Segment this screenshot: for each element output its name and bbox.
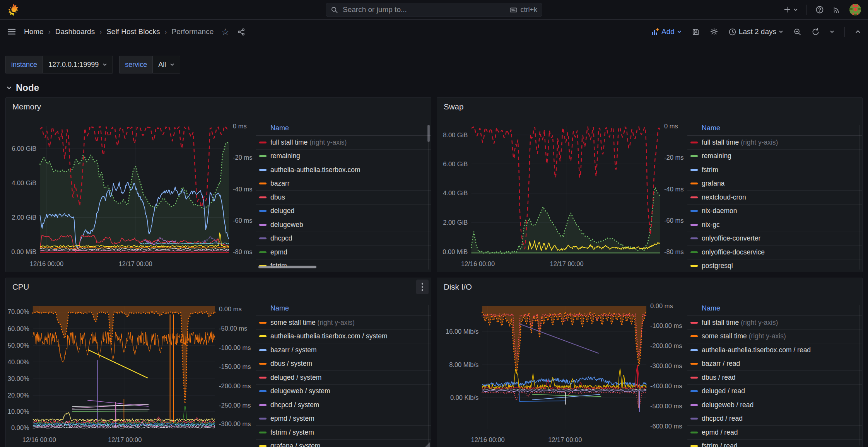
legend-item[interactable]: delugeweb / system bbox=[256, 385, 431, 399]
legend-item[interactable]: delugeweb bbox=[256, 218, 431, 232]
time-range-picker[interactable]: Last 2 days bbox=[728, 27, 783, 36]
legend-item[interactable]: fstrim / system bbox=[256, 426, 431, 440]
user-avatar[interactable] bbox=[849, 4, 861, 15]
legend-item-label: dhcpcd / system bbox=[270, 401, 319, 409]
refresh-button[interactable] bbox=[812, 28, 820, 36]
legend-item[interactable]: some stall time (right y-axis) bbox=[256, 316, 431, 330]
series-color-marker bbox=[690, 142, 698, 143]
panel-header[interactable]: Disk I/O bbox=[437, 278, 862, 296]
breadcrumb-home[interactable]: Home bbox=[24, 27, 44, 36]
share-icon bbox=[237, 28, 245, 36]
legend-item[interactable]: full stall time (right y-axis) bbox=[687, 136, 862, 150]
row-toggle-node[interactable]: Node bbox=[6, 81, 863, 94]
mega-menu-button[interactable] bbox=[7, 27, 16, 36]
legend-item[interactable]: dbus bbox=[256, 191, 431, 205]
legend-item[interactable]: epmd / system bbox=[256, 412, 431, 426]
legend-header-name[interactable]: Name bbox=[687, 124, 862, 136]
legend-item[interactable]: dhcpcd / read bbox=[687, 412, 862, 426]
breadcrumb-current: Performance bbox=[171, 27, 214, 36]
legend-item[interactable]: nextcloud-cron bbox=[687, 191, 862, 205]
grafana-logo[interactable] bbox=[7, 3, 20, 16]
legend-item[interactable]: dbus / system bbox=[256, 357, 431, 371]
news-button[interactable] bbox=[832, 5, 841, 14]
panel-header[interactable]: Memory bbox=[6, 98, 431, 116]
legend-item-label: full stall time (right y-axis) bbox=[702, 319, 778, 327]
legend-item[interactable]: authelia-authelia.tiserbox.com / system bbox=[256, 330, 431, 344]
refresh-interval-dropdown[interactable] bbox=[830, 29, 834, 34]
panel-header[interactable]: Swap bbox=[437, 98, 862, 116]
series-color-marker bbox=[259, 349, 267, 351]
svg-text:-80 ms: -80 ms bbox=[664, 248, 683, 255]
breadcrumb-separator: › bbox=[164, 28, 167, 36]
breadcrumb: Home › Dashboards › Self Host Blocks › P… bbox=[24, 27, 214, 36]
breadcrumb-folder[interactable]: Self Host Blocks bbox=[106, 27, 160, 36]
legend-item[interactable]: some stall time (right y-axis) bbox=[687, 330, 862, 344]
collapse-topbar-button[interactable] bbox=[855, 29, 861, 35]
svg-text:-20 ms: -20 ms bbox=[664, 154, 683, 161]
svg-text:6.00 GiB: 6.00 GiB bbox=[443, 160, 468, 167]
svg-text:0 ms: 0 ms bbox=[664, 123, 678, 130]
legend-item[interactable]: remaining bbox=[256, 150, 431, 164]
panel-title: Disk I/O bbox=[444, 282, 472, 292]
legend-scrollbar-thumb[interactable] bbox=[427, 125, 430, 142]
legend-header-name[interactable]: Name bbox=[256, 304, 431, 316]
divider bbox=[844, 27, 845, 37]
legend-item[interactable]: deluged bbox=[256, 205, 431, 218]
zoom-out-time-button[interactable] bbox=[793, 28, 801, 36]
disk-io-time-series-plot[interactable]: 16.00 Mib/s8.00 Mib/s0.00 Kib/s0.00 ms-1… bbox=[437, 296, 687, 447]
legend-item[interactable]: deluged / system bbox=[256, 371, 431, 385]
svg-text:0.00 Kib/s: 0.00 Kib/s bbox=[450, 394, 478, 401]
legend-item[interactable]: full stall time (right y-axis) bbox=[256, 136, 431, 150]
breadcrumb-dashboards[interactable]: Dashboards bbox=[55, 27, 95, 36]
legend-item[interactable]: nix-gc bbox=[687, 218, 862, 232]
legend-item[interactable]: dbus / read bbox=[687, 371, 862, 385]
favorite-button[interactable]: ☆ bbox=[221, 27, 229, 36]
legend-item[interactable]: bazarr / system bbox=[256, 343, 431, 357]
help-button[interactable] bbox=[815, 5, 824, 14]
legend-item[interactable]: epmd bbox=[256, 246, 431, 259]
new-button[interactable] bbox=[783, 6, 798, 14]
series-color-marker bbox=[259, 404, 267, 406]
legend-item[interactable]: fstrim bbox=[687, 163, 862, 177]
legend-item[interactable]: remaining bbox=[687, 150, 862, 164]
share-button[interactable] bbox=[237, 28, 245, 36]
variable-value-dropdown[interactable]: 127.0.0.1:19999 bbox=[43, 56, 113, 73]
variable-label: service bbox=[119, 56, 152, 73]
legend-header-name[interactable]: Name bbox=[256, 124, 431, 136]
panel-menu-button[interactable] bbox=[416, 280, 429, 294]
legend-item[interactable]: onlyoffice-converter bbox=[687, 232, 862, 246]
legend-header-name[interactable]: Name bbox=[687, 304, 862, 316]
legend-item-label: dbus / system bbox=[270, 360, 312, 368]
legend-item[interactable]: grafana bbox=[687, 177, 862, 191]
legend-item[interactable]: nix-daemon bbox=[687, 205, 862, 218]
legend-horizontal-scrollbar[interactable] bbox=[258, 266, 316, 268]
svg-text:12/16 00:00: 12/16 00:00 bbox=[22, 436, 56, 443]
legend-item[interactable]: postgresql bbox=[687, 259, 862, 272]
svg-text:-600.00 ms: -600.00 ms bbox=[650, 423, 682, 430]
search-input[interactable] bbox=[342, 5, 506, 14]
legend-item[interactable]: bazarr / read bbox=[687, 357, 862, 371]
legend-item[interactable]: fstrim / read bbox=[687, 440, 862, 447]
legend-item[interactable]: authelia-authelia.tiserbox.com bbox=[256, 163, 431, 177]
panel-header[interactable]: CPU bbox=[6, 278, 431, 296]
memory-time-series-plot[interactable]: 6.00 GiB4.00 GiB2.00 GiB0.00 MiB0 ms-20 … bbox=[6, 116, 256, 272]
panel-resize-handle[interactable] bbox=[425, 442, 430, 447]
add-panel-button[interactable]: Add bbox=[651, 27, 682, 36]
legend-item[interactable]: dhcpcd / system bbox=[256, 398, 431, 412]
cpu-time-series-plot[interactable]: 70.00%60.00%50.00%40.00%30.00%20.00%10.0… bbox=[6, 296, 256, 447]
legend-item[interactable]: full stall time (right y-axis) bbox=[687, 316, 862, 330]
variable-value-dropdown[interactable]: All bbox=[152, 56, 180, 73]
template-variables-row: instance 127.0.0.1:19999 service All bbox=[5, 56, 863, 73]
legend-item[interactable]: dhcpcd bbox=[256, 232, 431, 246]
legend-item[interactable]: epmd / read bbox=[687, 426, 862, 440]
legend-item[interactable]: deluged / read bbox=[687, 385, 862, 399]
dashboard-settings-button[interactable] bbox=[710, 27, 718, 36]
save-dashboard-button[interactable] bbox=[692, 28, 700, 36]
legend-item[interactable]: delugeweb / read bbox=[687, 398, 862, 412]
legend-item[interactable]: bazarr bbox=[256, 177, 431, 191]
legend-item[interactable]: onlyoffice-docservice bbox=[687, 246, 862, 259]
legend-item[interactable]: authelia-authelia.tiserbox.com / read bbox=[687, 343, 862, 357]
swap-time-series-plot[interactable]: 8.00 GiB6.00 GiB4.00 GiB2.00 GiB0.00 MiB… bbox=[437, 116, 687, 272]
legend-item[interactable]: grafana / system bbox=[256, 440, 431, 447]
svg-text:12/17 00:00: 12/17 00:00 bbox=[548, 436, 582, 443]
